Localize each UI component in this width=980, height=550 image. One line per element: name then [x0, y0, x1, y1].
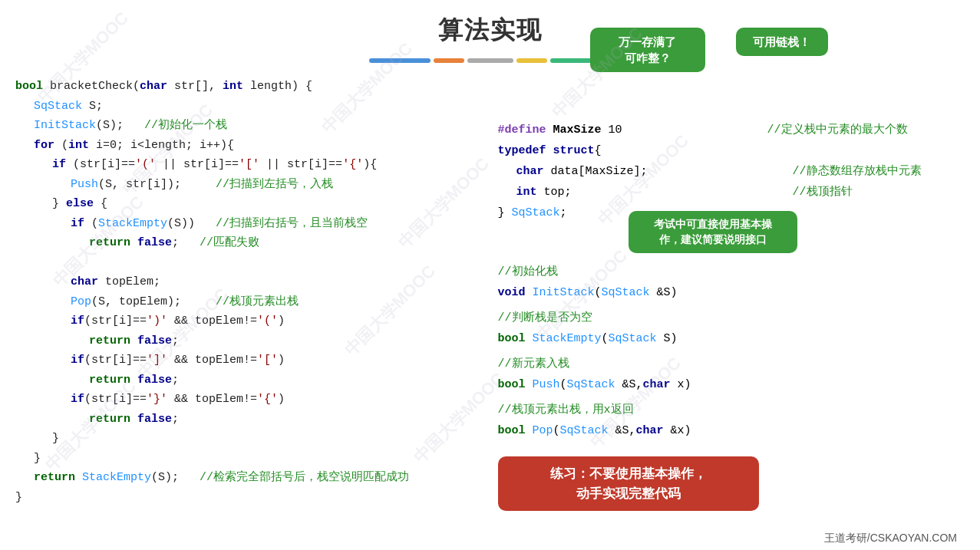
code-line-20: return StackEmpty(S); //检索完全部括号后，栈空说明匹配成…	[15, 468, 483, 488]
struct-block: #define MaxSize 10 //定义栈中元素的最大个数 typedef…	[498, 120, 965, 223]
left-code-block: bool bracketCheck(char str[], int length…	[15, 77, 483, 507]
typedef-line: typedef struct{	[498, 140, 965, 161]
code-line-1: bool bracketCheck(char str[], int length…	[15, 77, 483, 97]
left-panel: bool bracketCheck(char str[], int length…	[15, 74, 483, 547]
code-line-5: if (str[i]=='(' || str[i]=='[' || str[i]…	[15, 155, 483, 175]
right-panel: 万一存满了可咋整？ 可用链栈！ #define MaxSize 10 //定义栈…	[498, 74, 965, 547]
color-bar-seg-4	[516, 58, 547, 63]
bubble-exam-tip: 考试中可直接使用基本操作，建议简要说明接口	[629, 211, 797, 253]
right-code-block: #define MaxSize 10 //定义栈中元素的最大个数 typedef…	[498, 120, 965, 511]
bubble-overflow-a: 可用链栈！	[736, 28, 828, 56]
code-line-17: return false;	[15, 410, 483, 430]
code-line-10: char topElem;	[15, 272, 483, 292]
data-line: char data[MaxSize]; //静态数组存放栈中元素	[498, 161, 965, 182]
code-line-15: return false;	[15, 371, 483, 390]
api-block: //初始化栈 void InitStack(SqStack &S) //判断栈是…	[498, 262, 965, 441]
code-line-14: if(str[i]==']' && topElem!='[')	[15, 351, 483, 371]
code-line-9: return false; //匹配失败	[15, 233, 483, 253]
code-line-13: return false;	[15, 331, 483, 351]
pop-sig: bool Pop(SqStack &S,char &x)	[498, 420, 965, 441]
code-line-11: Pop(S, topElem); //栈顶元素出栈	[15, 292, 483, 312]
code-line-blank	[15, 253, 483, 273]
code-line-7: } else {	[15, 194, 483, 214]
empty-comment: //判断栈是否为空	[498, 308, 965, 328]
footer-text: 王道考研/CSKAOYAN.COM	[824, 532, 957, 545]
define-line: #define MaxSize 10 //定义栈中元素的最大个数	[498, 120, 965, 140]
code-line-2: SqStack S;	[15, 97, 483, 117]
code-line-3: InitStack(S); //初始化一个栈	[15, 116, 483, 136]
code-line-8: if (StackEmpty(S)) //扫描到右括号，且当前栈空	[15, 214, 483, 234]
bubble-overflow-q: 万一存满了可咋整？	[590, 28, 705, 72]
code-line-16: if(str[i]=='}' && topElem!='{')	[15, 390, 483, 410]
push-comment: //新元素入栈	[498, 354, 965, 374]
push-sig: bool Push(SqStack &S,char x)	[498, 374, 965, 395]
init-sig: void InitStack(SqStack &S)	[498, 282, 965, 303]
code-line-21: }	[15, 488, 483, 508]
main-content: bool bracketCheck(char str[], int length…	[0, 74, 980, 547]
code-line-12: if(str[i]==')' && topElem!='(')	[15, 311, 483, 331]
color-bar-seg-1	[369, 58, 431, 63]
color-bar-seg-2	[434, 58, 464, 63]
practice-bubble: 练习：不要使用基本操作，动手实现完整代码	[498, 456, 759, 511]
footer-bar: 王道考研/CSKAOYAN.COM	[0, 529, 980, 550]
title-area: 算法实现	[0, 0, 980, 54]
code-line-6: Push(S, str[i]); //扫描到左括号，入栈	[15, 175, 483, 195]
code-line-18: }	[15, 429, 483, 449]
page-title: 算法实现	[0, 14, 980, 48]
color-bar-seg-3	[467, 58, 513, 63]
color-bar	[0, 58, 980, 63]
code-line-4: for (int i=0; i<length; i++){	[15, 136, 483, 156]
pop-comment: //栈顶元素出栈，用x返回	[498, 400, 965, 420]
top-line: int top; //栈顶指针	[498, 182, 965, 203]
init-comment: //初始化栈	[498, 262, 965, 282]
empty-sig: bool StackEmpty(SqStack S)	[498, 328, 965, 349]
code-line-19: }	[15, 449, 483, 469]
